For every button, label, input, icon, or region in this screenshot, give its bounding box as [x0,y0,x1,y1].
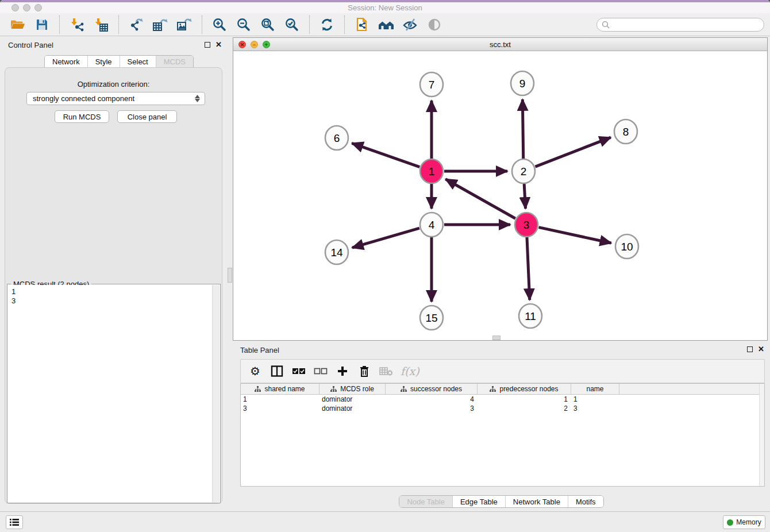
graph-node-label: 15 [425,312,437,324]
table-cell[interactable]: 2 [478,404,571,413]
main-toolbar [0,13,770,36]
export-table-icon[interactable] [151,16,170,33]
control-panel-title: Control Panel [8,41,53,49]
graph-node-label: 1 [429,165,435,178]
control-tab-select[interactable]: Select [120,56,156,67]
criterion-dropdown[interactable]: strongly connected component [26,92,205,105]
table-cell[interactable]: dominator [319,395,386,404]
import-table-icon[interactable] [91,16,111,33]
graph-node-label: 14 [330,246,343,259]
run-mcds-button[interactable]: Run MCDS [55,110,109,123]
column-header-MCDS-role[interactable]: MCDS role [319,384,386,394]
node-table: shared nameMCDS rolesuccessor nodesprede… [240,383,765,487]
open-file-icon[interactable] [8,16,28,33]
network-canvas[interactable]: 7968124314101511 [233,51,767,340]
delete-column-icon[interactable] [357,364,372,379]
horizontal-splitter-handle[interactable] [492,336,500,340]
search-input[interactable] [596,18,764,32]
vertical-splitter-handle[interactable] [228,268,232,283]
edge-1-6[interactable] [352,143,419,167]
zoom-fit-icon[interactable] [258,16,278,33]
table-cell[interactable]: 1 [478,395,571,404]
toolbar-separator [344,16,345,34]
table-cell[interactable]: dominator [319,404,386,413]
toolbar-separator [118,16,119,34]
function-builder-icon: f(x) [401,364,419,379]
zoom-selected-icon[interactable] [282,16,302,33]
table-options-icon[interactable]: ⚙ [248,364,263,379]
mcds-result-scrollbar[interactable] [212,285,220,502]
import-network-icon[interactable] [67,16,87,33]
edge-3-11[interactable] [527,237,530,300]
close-panel-button[interactable]: Close panel [117,110,177,123]
network-window-title: scc.txt [233,40,767,49]
edge-3-1[interactable] [445,179,515,218]
table-row[interactable]: 3dominator323 [241,404,764,413]
export-image-icon[interactable] [175,16,194,33]
edge-2-3[interactable] [524,184,525,209]
toolbar-separator [309,16,310,34]
mcds-result-line: 1 [11,287,209,296]
tree-icon [401,386,407,392]
table-tab-edge-table[interactable]: Edge Table [452,496,505,507]
app-title: Session: New Session [0,3,770,12]
edge-4-14[interactable] [352,228,419,248]
control-tab-network[interactable]: Network [45,56,87,67]
column-header-shared-name[interactable]: shared name [241,384,319,394]
node-table-header: shared nameMCDS rolesuccessor nodesprede… [241,384,764,395]
table-panel-title: Table Panel [240,346,279,354]
optimization-criterion-label: Optimization criterion: [5,80,222,88]
tree-icon [255,386,261,392]
table-row[interactable]: 1dominator411 [241,395,764,404]
select-all-icon[interactable] [291,364,306,379]
criterion-value: strongly connected component [33,94,134,103]
control-panel-close-button[interactable]: ✕ [215,42,222,48]
table-tab-node-table[interactable]: Node Table [399,496,452,507]
table-toolbar: ⚙ f(x) [240,359,765,383]
control-panel-float-button[interactable] [205,42,210,48]
table-tab-motifs[interactable]: Motifs [568,496,603,507]
save-session-icon[interactable] [32,16,52,33]
deselect-all-icon[interactable] [313,364,328,379]
delete-table-icon [379,364,394,379]
table-panel-float-button[interactable] [747,346,753,352]
first-neighbors-icon[interactable] [376,16,396,33]
table-panel-close-button[interactable]: ✕ [758,346,764,352]
edge-2-8[interactable] [536,137,611,167]
table-cell[interactable]: 3 [241,404,319,413]
table-cell[interactable]: 3 [571,404,619,413]
titlebar: Session: New Session [0,0,770,13]
mcds-result-list[interactable]: 13 [8,285,212,502]
task-history-button[interactable] [6,515,23,529]
column-header-name[interactable]: name [571,384,619,394]
network-window-titlebar[interactable]: ✕ − + scc.txt [233,38,767,51]
mcds-result-line: 3 [11,296,209,306]
column-header-predecessor-nodes[interactable]: predecessor nodes [478,384,571,394]
mcds-result-box: MCDS result (2 nodes) 13 [7,284,221,503]
table-scrollbar[interactable] [759,384,764,486]
table-cell[interactable]: 1 [571,395,619,404]
table-cell[interactable]: 1 [241,395,319,404]
hide-graphics-details-icon[interactable] [401,16,420,33]
column-header-successor-nodes[interactable]: successor nodes [386,384,478,394]
graph-node-label: 10 [621,241,633,253]
network-graph: 7968124314101511 [233,51,767,340]
table-cell[interactable]: 4 [386,395,478,404]
zoom-in-icon[interactable] [210,16,229,33]
export-network-icon[interactable] [126,16,146,33]
table-cell[interactable]: 3 [386,404,478,413]
control-tab-mcds[interactable]: MCDS [156,56,193,67]
refresh-icon[interactable] [317,16,337,33]
graph-node-label: 3 [523,219,530,231]
add-column-icon[interactable] [335,364,350,379]
table-tab-network-table[interactable]: Network Table [505,496,568,507]
memory-button[interactable]: Memory [723,515,765,529]
column-visibility-icon[interactable] [270,364,284,379]
node-table-body: 1dominator4113dominator323 [241,395,764,413]
edge-3-10[interactable] [538,228,611,243]
graph-node-label: 6 [334,132,340,144]
control-tab-style[interactable]: Style [87,56,120,67]
clone-network-icon[interactable] [352,16,372,33]
edge-2-9[interactable] [522,99,523,159]
zoom-out-icon[interactable] [234,16,253,33]
